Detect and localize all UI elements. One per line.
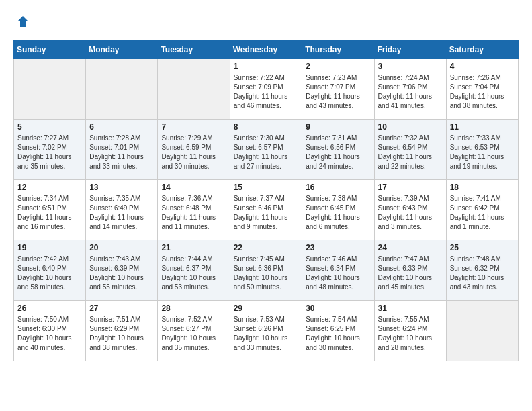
calendar-week-row: 1Sunrise: 7:22 AMSunset: 7:09 PMDaylight…: [14, 58, 519, 119]
day-info: Sunrise: 7:27 AMSunset: 7:02 PMDaylight:…: [17, 134, 82, 171]
day-info: Sunrise: 7:29 AMSunset: 6:59 PMDaylight:…: [161, 134, 226, 171]
day-number: 22: [234, 243, 299, 253]
calendar-cell: [446, 300, 518, 361]
calendar-cell: 9Sunrise: 7:31 AMSunset: 6:56 PMDaylight…: [302, 119, 374, 179]
calendar-cell: 18Sunrise: 7:41 AMSunset: 6:42 PMDayligh…: [446, 179, 518, 240]
calendar-cell: 8Sunrise: 7:30 AMSunset: 6:57 PMDaylight…: [230, 119, 302, 179]
day-number: 27: [89, 304, 154, 313]
calendar-cell: 31Sunrise: 7:55 AMSunset: 6:24 PMDayligh…: [374, 300, 446, 361]
day-number: 19: [17, 243, 82, 253]
column-header-friday: Friday: [374, 40, 446, 58]
day-number: 11: [450, 122, 515, 132]
column-header-tuesday: Tuesday: [158, 40, 230, 58]
calendar-cell: 1Sunrise: 7:22 AMSunset: 7:09 PMDaylight…: [230, 58, 302, 119]
day-number: 14: [161, 183, 226, 192]
day-info: Sunrise: 7:45 AMSunset: 6:36 PMDaylight:…: [234, 255, 299, 292]
day-info: Sunrise: 7:34 AMSunset: 6:51 PMDaylight:…: [17, 194, 82, 232]
day-number: 8: [234, 122, 299, 132]
calendar-cell: 5Sunrise: 7:27 AMSunset: 7:02 PMDaylight…: [14, 119, 86, 179]
calendar-week-row: 26Sunrise: 7:50 AMSunset: 6:30 PMDayligh…: [14, 300, 519, 361]
day-info: Sunrise: 7:48 AMSunset: 6:32 PMDaylight:…: [450, 255, 515, 292]
calendar-cell: 21Sunrise: 7:44 AMSunset: 6:37 PMDayligh…: [158, 240, 230, 300]
calendar-header-row: SundayMondayTuesdayWednesdayThursdayFrid…: [14, 40, 519, 58]
calendar-cell: 15Sunrise: 7:37 AMSunset: 6:46 PMDayligh…: [230, 179, 302, 240]
calendar-cell: [14, 58, 86, 119]
calendar-cell: 20Sunrise: 7:43 AMSunset: 6:39 PMDayligh…: [86, 240, 158, 300]
day-info: Sunrise: 7:42 AMSunset: 6:40 PMDaylight:…: [17, 255, 82, 292]
column-header-wednesday: Wednesday: [230, 40, 302, 58]
calendar-table: SundayMondayTuesdayWednesdayThursdayFrid…: [13, 40, 519, 361]
day-number: 17: [378, 183, 443, 192]
page-header: [13, 13, 519, 34]
column-header-monday: Monday: [86, 40, 158, 58]
calendar-cell: 27Sunrise: 7:51 AMSunset: 6:29 PMDayligh…: [86, 300, 158, 361]
column-header-saturday: Saturday: [446, 40, 518, 58]
calendar-cell: [86, 58, 158, 119]
day-number: 5: [17, 122, 82, 132]
calendar-cell: 25Sunrise: 7:48 AMSunset: 6:32 PMDayligh…: [446, 240, 518, 300]
day-info: Sunrise: 7:24 AMSunset: 7:06 PMDaylight:…: [378, 73, 443, 111]
day-info: Sunrise: 7:32 AMSunset: 6:54 PMDaylight:…: [378, 134, 443, 171]
day-info: Sunrise: 7:39 AMSunset: 6:43 PMDaylight:…: [378, 194, 443, 232]
calendar-cell: 2Sunrise: 7:23 AMSunset: 7:07 PMDaylight…: [302, 58, 374, 119]
calendar-cell: 26Sunrise: 7:50 AMSunset: 6:30 PMDayligh…: [14, 300, 86, 361]
calendar-cell: 24Sunrise: 7:47 AMSunset: 6:33 PMDayligh…: [374, 240, 446, 300]
day-number: 7: [161, 122, 226, 132]
day-info: Sunrise: 7:23 AMSunset: 7:07 PMDaylight:…: [306, 73, 370, 111]
calendar-cell: 7Sunrise: 7:29 AMSunset: 6:59 PMDaylight…: [158, 119, 230, 179]
day-number: 25: [450, 243, 515, 253]
day-info: Sunrise: 7:22 AMSunset: 7:09 PMDaylight:…: [234, 73, 299, 111]
calendar-cell: 4Sunrise: 7:26 AMSunset: 7:04 PMDaylight…: [446, 58, 518, 119]
day-number: 29: [234, 304, 299, 313]
day-number: 15: [234, 183, 299, 192]
day-info: Sunrise: 7:28 AMSunset: 7:01 PMDaylight:…: [89, 134, 154, 171]
day-info: Sunrise: 7:54 AMSunset: 6:25 PMDaylight:…: [306, 315, 370, 353]
column-header-thursday: Thursday: [302, 40, 374, 58]
day-info: Sunrise: 7:52 AMSunset: 6:27 PMDaylight:…: [161, 315, 226, 353]
day-info: Sunrise: 7:43 AMSunset: 6:39 PMDaylight:…: [89, 255, 154, 292]
calendar-cell: 13Sunrise: 7:35 AMSunset: 6:49 PMDayligh…: [86, 179, 158, 240]
day-number: 4: [450, 62, 515, 71]
day-number: 10: [378, 122, 443, 132]
calendar-cell: 11Sunrise: 7:33 AMSunset: 6:53 PMDayligh…: [446, 119, 518, 179]
day-number: 21: [161, 243, 226, 253]
day-number: 23: [306, 243, 370, 253]
calendar-cell: 3Sunrise: 7:24 AMSunset: 7:06 PMDaylight…: [374, 58, 446, 119]
day-info: Sunrise: 7:47 AMSunset: 6:33 PMDaylight:…: [378, 255, 443, 292]
calendar-cell: 16Sunrise: 7:38 AMSunset: 6:45 PMDayligh…: [302, 179, 374, 240]
day-number: 20: [89, 243, 154, 253]
day-number: 16: [306, 183, 370, 192]
calendar-cell: 23Sunrise: 7:46 AMSunset: 6:34 PMDayligh…: [302, 240, 374, 300]
day-info: Sunrise: 7:51 AMSunset: 6:29 PMDaylight:…: [89, 315, 154, 353]
day-info: Sunrise: 7:37 AMSunset: 6:46 PMDaylight:…: [234, 194, 299, 232]
calendar-cell: 10Sunrise: 7:32 AMSunset: 6:54 PMDayligh…: [374, 119, 446, 179]
logo-icon: [15, 13, 31, 30]
day-number: 24: [378, 243, 443, 253]
calendar-week-row: 19Sunrise: 7:42 AMSunset: 6:40 PMDayligh…: [14, 240, 519, 300]
logo: [13, 13, 31, 34]
day-number: 12: [17, 183, 82, 192]
day-info: Sunrise: 7:35 AMSunset: 6:49 PMDaylight:…: [89, 194, 154, 232]
day-info: Sunrise: 7:41 AMSunset: 6:42 PMDaylight:…: [450, 194, 515, 232]
day-info: Sunrise: 7:31 AMSunset: 6:56 PMDaylight:…: [306, 134, 370, 171]
day-number: 6: [89, 122, 154, 132]
calendar-cell: 12Sunrise: 7:34 AMSunset: 6:51 PMDayligh…: [14, 179, 86, 240]
svg-marker-0: [17, 16, 28, 27]
calendar-cell: 14Sunrise: 7:36 AMSunset: 6:48 PMDayligh…: [158, 179, 230, 240]
calendar-cell: 6Sunrise: 7:28 AMSunset: 7:01 PMDaylight…: [86, 119, 158, 179]
day-info: Sunrise: 7:55 AMSunset: 6:24 PMDaylight:…: [378, 315, 443, 353]
calendar-cell: 28Sunrise: 7:52 AMSunset: 6:27 PMDayligh…: [158, 300, 230, 361]
day-info: Sunrise: 7:38 AMSunset: 6:45 PMDaylight:…: [306, 194, 370, 232]
calendar-cell: 17Sunrise: 7:39 AMSunset: 6:43 PMDayligh…: [374, 179, 446, 240]
day-number: 31: [378, 304, 443, 313]
calendar-cell: 30Sunrise: 7:54 AMSunset: 6:25 PMDayligh…: [302, 300, 374, 361]
day-number: 26: [17, 304, 82, 313]
day-number: 18: [450, 183, 515, 192]
calendar-cell: 19Sunrise: 7:42 AMSunset: 6:40 PMDayligh…: [14, 240, 86, 300]
day-info: Sunrise: 7:53 AMSunset: 6:26 PMDaylight:…: [234, 315, 299, 353]
day-info: Sunrise: 7:50 AMSunset: 6:30 PMDaylight:…: [17, 315, 82, 353]
day-number: 28: [161, 304, 226, 313]
calendar-week-row: 5Sunrise: 7:27 AMSunset: 7:02 PMDaylight…: [14, 119, 519, 179]
day-number: 13: [89, 183, 154, 192]
calendar-cell: 29Sunrise: 7:53 AMSunset: 6:26 PMDayligh…: [230, 300, 302, 361]
